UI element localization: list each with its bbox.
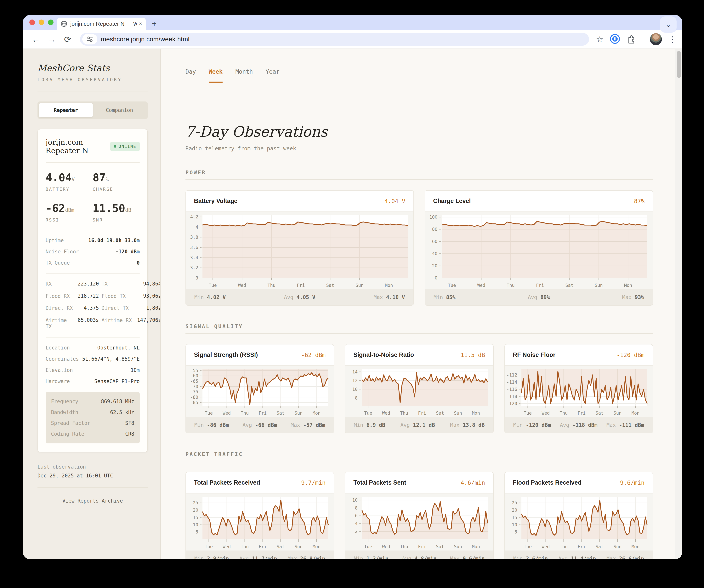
svg-text:Thu: Thu [268,283,276,288]
svg-text:Thu: Thu [241,544,249,549]
svg-text:Wed: Wed [382,411,390,416]
period-tabs: Day Week Month Year [185,68,653,83]
sidebar-divider [38,91,148,92]
site-settings-icon[interactable] [82,34,97,45]
svg-text:Sun: Sun [295,544,303,549]
browser-window: jorijn.com Repeater N — Week × + ⌄ ← → ⟳… [23,15,682,559]
rssi-chart: -55-60-65-70-75-80-85TueWedThuFriSatSunM… [186,366,334,417]
profile-avatar[interactable] [650,33,662,45]
svg-text:14: 14 [352,369,358,374]
new-tab-button[interactable]: + [152,19,157,29]
toggle-companion[interactable]: Companion [93,103,146,117]
svg-text:Sat: Sat [595,544,603,549]
svg-text:Thu: Thu [400,544,408,549]
reports-archive-link[interactable]: View Reports Archive [38,498,148,504]
reload-button[interactable]: ⟳ [61,35,74,44]
svg-text:Fri: Fri [418,544,426,549]
svg-text:-120: -120 [506,401,517,406]
section-divider [185,461,653,462]
sidebar-divider [38,487,148,488]
svg-text:15: 15 [193,515,198,520]
card-divider [46,162,140,163]
svg-text:6: 6 [355,513,358,518]
tab-day[interactable]: Day [185,68,196,83]
svg-text:2: 2 [355,529,358,534]
minimize-window-button[interactable] [39,19,44,25]
globe-favicon [61,20,67,27]
svg-text:Sat: Sat [277,411,285,416]
chart-current-value: 11.5 dB [461,352,485,358]
page-subtitle: Radio telemetry from the past week [185,145,653,152]
svg-text:Tue: Tue [209,283,217,288]
bookmark-star-icon[interactable]: ☆ [596,35,603,44]
chart-stats: Min 1.3/min Avg 4.8/min Max 9.6/min [345,550,493,559]
status-badge: ONLINE [110,142,140,151]
tab-week[interactable]: Week [209,68,223,83]
svg-text:Sun: Sun [355,283,364,288]
page-title: 7-Day Observations [185,123,653,140]
tab-year[interactable]: Year [266,68,280,83]
svg-text:-112: -112 [506,372,517,377]
svg-text:-114: -114 [506,380,517,385]
svg-text:Thu: Thu [560,411,568,416]
flood-received-chart: 252015105TueWedThuFriSatSunMon [505,493,653,550]
svg-text:3.2: 3.2 [190,265,198,270]
svg-text:5: 5 [515,529,517,534]
svg-text:Sat: Sat [595,411,603,416]
app-subtitle: LORA MESH OBSERVATORY [38,77,148,82]
extensions-puzzle-icon[interactable] [627,34,636,45]
main-panel: Day Week Month Year 7-Day Observations R… [161,49,682,559]
svg-text:Fri: Fri [536,283,544,288]
svg-text:10: 10 [512,522,517,527]
scrollbar-thumb[interactable] [677,51,681,78]
browser-toolbar: ← → ⟳ meshcore.jorijn.com/week.html ☆ ⋮ [23,30,682,49]
chart-current-value: -120 dBm [617,352,645,358]
svg-text:Fri: Fri [418,411,426,416]
chart-current-value: -62 dBm [301,352,326,358]
packet-counters: RX223,120 TX94,864 Flood RX218,722 Flood… [46,281,140,330]
window-controls [30,19,54,25]
chevron-down-icon: ⌄ [665,21,671,29]
svg-text:Thu: Thu [560,544,568,549]
password-manager-icon[interactable] [610,34,620,45]
zoom-window-button[interactable] [48,19,54,25]
svg-text:4: 4 [195,225,198,230]
svg-text:25: 25 [512,500,517,505]
card-divider [46,337,140,337]
tab-strip: jorijn.com Repeater N — Week × + ⌄ [23,15,682,30]
chart-current-value: 9.6/min [620,479,645,486]
browser-menu-icon[interactable]: ⋮ [668,35,676,44]
scrollbar-gutter [675,49,682,559]
svg-text:-118: -118 [506,394,517,399]
toggle-repeater[interactable]: Repeater [39,103,93,117]
forward-button[interactable]: → [45,35,59,44]
svg-text:Thu: Thu [400,411,408,416]
chart-title: Total Packets Received [194,479,260,486]
tabs-divider [185,88,653,107]
svg-text:3.8: 3.8 [190,235,198,240]
svg-text:Thu: Thu [507,283,515,288]
packets-received-chart: 252015105TueWedThuFriSatSunMon [186,493,334,550]
svg-text:40: 40 [432,251,437,256]
back-button[interactable]: ← [29,35,43,44]
tab-search-chevron-button[interactable]: ⌄ [660,16,677,33]
tab-month[interactable]: Month [235,68,253,83]
svg-text:Wed: Wed [382,544,390,549]
svg-text:10: 10 [352,387,358,392]
node-details: Uptime16.0d 19.0h 33.0m Noise Floor-120 … [46,237,140,266]
chart-stats: Min 4.02 V Avg 4.05 V Max 4.10 V [186,289,413,305]
close-tab-icon[interactable]: × [139,20,142,27]
packets-received-card: Total Packets Received9.7/min 252015105T… [185,472,334,559]
svg-text:12: 12 [352,378,358,383]
address-bar[interactable]: meshcore.jorijn.com/week.html [80,33,589,46]
svg-text:15: 15 [512,515,517,520]
browser-tab[interactable]: jorijn.com Repeater N — Week × [57,17,146,30]
url-text[interactable]: meshcore.jorijn.com/week.html [101,36,189,43]
svg-text:Mon: Mon [472,411,480,416]
close-window-button[interactable] [30,19,35,25]
svg-text:Sat: Sat [436,544,444,549]
svg-text:-60: -60 [190,373,198,378]
svg-text:Wed: Wed [223,544,231,549]
tab-title: jorijn.com Repeater N — Week [70,21,137,27]
svg-text:20: 20 [193,507,198,513]
